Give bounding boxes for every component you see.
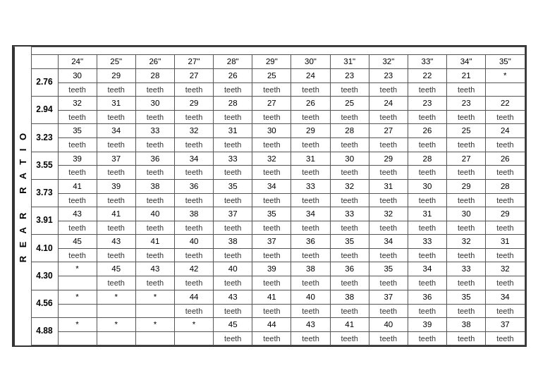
teeth-r9-c5: teeth [252, 331, 291, 345]
teeth-r2-c0: teeth [58, 138, 97, 152]
teeth-row: teethteethteethteethteethteethteethteeth… [31, 110, 525, 123]
teeth-r8-c8: teeth [369, 304, 408, 317]
cell-r8-c0: * [58, 290, 97, 304]
teeth-row: teethteethteethteethteethteethteethteeth [31, 331, 525, 345]
teeth-r9-c3 [174, 331, 213, 345]
teeth-r9-c2 [135, 331, 174, 345]
cell-r8-c7: 38 [330, 290, 369, 304]
cell-r6-c7: 35 [330, 235, 369, 249]
rear-ratio-label: R E A R R A T I O [13, 47, 31, 345]
teeth-r2-c3: teeth [174, 138, 213, 152]
cell-r7-c3: 42 [174, 262, 213, 276]
cell-r7-c8: 35 [369, 262, 408, 276]
col-header-25in: 25" [97, 54, 135, 68]
cell-r2-c10: 25 [447, 124, 486, 138]
table-row: 3.73413938363534333231302928 [31, 179, 525, 193]
teeth-r1-c0: teeth [58, 110, 97, 123]
cell-r7-c0: * [58, 262, 97, 276]
teeth-r7-c10: teeth [447, 276, 486, 290]
cell-r1-c4: 28 [214, 97, 252, 111]
teeth-r3-c5: teeth [252, 166, 291, 179]
cell-r4-c6: 33 [291, 179, 330, 193]
cell-r4-c1: 39 [97, 179, 135, 193]
cell-r2-c0: 35 [58, 124, 97, 138]
main-table-container: 24"25"26"27"28"29"30"31"32"33"34"35" 2.7… [31, 47, 525, 345]
cell-r9-c10: 38 [447, 317, 486, 331]
teeth-r9-c11: teeth [486, 331, 525, 345]
teeth-r1-c6: teeth [291, 110, 330, 123]
teeth-r1-c4: teeth [214, 110, 252, 123]
teeth-r3-c9: teeth [408, 166, 446, 179]
teeth-r7-c0 [58, 276, 97, 290]
teeth-r3-c11: teeth [486, 166, 525, 179]
cell-r8-c1: * [97, 290, 135, 304]
table-row: 4.10454341403837363534333231 [31, 235, 525, 249]
cell-r0-c3: 27 [174, 68, 213, 82]
teeth-r7-c2: teeth [135, 276, 174, 290]
ratio-2: 3.23 [31, 124, 58, 152]
teeth-r4-c6: teeth [291, 193, 330, 207]
cell-r4-c10: 29 [447, 179, 486, 193]
cell-r6-c3: 40 [174, 235, 213, 249]
cell-r9-c7: 41 [330, 317, 369, 331]
cell-r8-c4: 43 [214, 290, 252, 304]
teeth-r0-c6: teeth [291, 82, 330, 96]
teeth-r6-c3: teeth [174, 249, 213, 262]
teeth-r2-c2: teeth [135, 138, 174, 152]
teeth-r5-c0: teeth [58, 221, 97, 234]
cell-r4-c7: 32 [330, 179, 369, 193]
teeth-r9-c9: teeth [408, 331, 446, 345]
cell-r3-c3: 34 [174, 152, 213, 166]
teeth-r8-c11: teeth [486, 304, 525, 317]
teeth-r3-c6: teeth [291, 166, 330, 179]
teeth-row: teethteethteethteethteethteethteethteeth… [31, 221, 525, 234]
teeth-row: teethteethteethteethteethteethteethteeth… [31, 138, 525, 152]
cell-r8-c6: 40 [291, 290, 330, 304]
teeth-r7-c9: teeth [408, 276, 446, 290]
teeth-r8-c9: teeth [408, 304, 446, 317]
cell-r0-c4: 26 [214, 68, 252, 82]
teeth-r6-c4: teeth [214, 249, 252, 262]
teeth-r5-c10: teeth [447, 221, 486, 234]
cell-r5-c10: 30 [447, 207, 486, 221]
ratio-col-header [31, 54, 58, 68]
ratio-0: 2.76 [31, 68, 58, 96]
cell-r2-c2: 33 [135, 124, 174, 138]
cell-r1-c6: 26 [291, 97, 330, 111]
teeth-r0-c1: teeth [97, 82, 135, 96]
teeth-r7-c1: teeth [97, 276, 135, 290]
cell-r9-c4: 45 [214, 317, 252, 331]
teeth-row: teethteethteethteethteethteethteethteeth… [31, 166, 525, 179]
teeth-r1-c7: teeth [330, 110, 369, 123]
col-header-26in: 26" [135, 54, 174, 68]
teeth-r4-c9: teeth [408, 193, 446, 207]
col-header-27in: 27" [174, 54, 213, 68]
cell-r5-c3: 38 [174, 207, 213, 221]
cell-r1-c10: 23 [447, 97, 486, 111]
teeth-r5-c9: teeth [408, 221, 446, 234]
col-header-33in: 33" [408, 54, 446, 68]
teeth-r4-c5: teeth [252, 193, 291, 207]
teeth-row: teethteethteethteethteethteethteethteeth… [31, 249, 525, 262]
cell-r3-c9: 28 [408, 152, 446, 166]
cell-r6-c8: 34 [369, 235, 408, 249]
teeth-r4-c4: teeth [214, 193, 252, 207]
teeth-r5-c8: teeth [369, 221, 408, 234]
teeth-r2-c7: teeth [330, 138, 369, 152]
cell-r8-c5: 41 [252, 290, 291, 304]
cell-r1-c7: 25 [330, 97, 369, 111]
teeth-r2-c9: teeth [408, 138, 446, 152]
col-header-24in: 24" [58, 54, 97, 68]
cell-r1-c11: 22 [486, 97, 525, 111]
teeth-r6-c11: teeth [486, 249, 525, 262]
teeth-r7-c4: teeth [214, 276, 252, 290]
cell-r4-c11: 28 [486, 179, 525, 193]
teeth-row: teethteethteethteethteethteethteethteeth… [31, 82, 525, 96]
table-row: 2.763029282726252423232221* [31, 68, 525, 82]
cell-r9-c1: * [97, 317, 135, 331]
cell-r5-c6: 34 [291, 207, 330, 221]
teeth-row: teethteethteethteethteethteethteethteeth… [31, 193, 525, 207]
teeth-r3-c0: teeth [58, 166, 97, 179]
teeth-r2-c5: teeth [252, 138, 291, 152]
teeth-r1-c9: teeth [408, 110, 446, 123]
